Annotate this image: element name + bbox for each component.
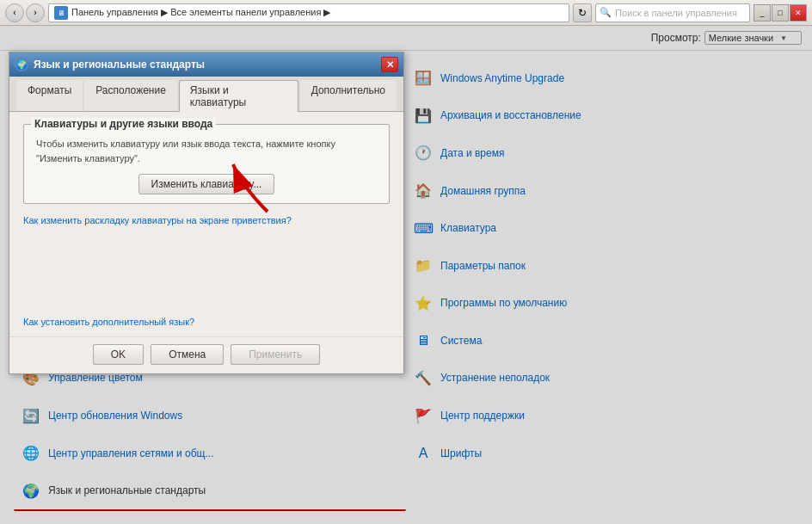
nav-buttons: ‹ › [5,3,45,22]
maximize-button[interactable]: □ [772,4,789,22]
minimize-button[interactable]: _ [754,4,771,22]
address-path: Панель управления ▶ Все элементы панели … [71,7,330,18]
control-panel-area: Просмотр: Мелкие значки ☕Java🪟Windows An… [0,26,812,524]
install-lang-link[interactable]: Как установить дополнительный язык? [23,317,194,327]
address-bar[interactable]: 🖥 Панель управления ▶ Все элементы панел… [48,3,569,22]
dialog-title: Язык и региональные стандарты [34,59,205,71]
tab-languages[interactable]: Языки и клавиатуры [179,80,298,112]
section-desc: Чтобы изменить клавиатуру или язык ввода… [36,137,377,165]
keyboard-section: Клавиатуры и другие языки ввода Чтобы из… [23,124,390,204]
section-title: Клавиатуры и другие языки ввода [31,118,216,130]
ok-button[interactable]: OK [93,344,144,365]
back-button[interactable]: ‹ [5,3,24,22]
forward-button[interactable]: › [26,3,45,22]
change-layout-link-container: Как изменить раскладку клавиатуры на экр… [23,214,390,226]
tab-additional[interactable]: Дополнительно [300,80,397,111]
tab-location[interactable]: Расположение [84,80,177,111]
change-keyboard-button[interactable]: Изменить клавиатуру... [138,174,275,194]
dialog-title-left: 🌍 Язык и региональные стандарты [15,58,205,71]
dialog-body: Клавиатуры и другие языки ввода Чтобы из… [9,112,403,307]
address-icon: 🖥 [54,6,68,20]
bottom-link-container: Как установить дополнительный язык? [9,307,403,336]
search-icon: 🔍 [600,7,612,18]
dialog-title-bar: 🌍 Язык и региональные стандарты ✕ [9,52,403,77]
apply-button[interactable]: Применить [231,344,320,365]
title-bar: ‹ › 🖥 Панель управления ▶ Все элементы п… [0,0,812,26]
window-controls: _ □ ✕ [754,4,807,22]
dialog-footer: OK Отмена Применить [9,336,403,373]
search-placeholder: Поиск в панели управления [615,8,737,18]
dialog-title-icon: 🌍 [15,58,28,71]
search-box[interactable]: 🔍 Поиск в панели управления [595,3,750,22]
dialog-overlay: 🌍 Язык и региональные стандарты ✕ Формат… [0,26,812,524]
change-layout-link[interactable]: Как изменить раскладку клавиатуры на экр… [23,215,292,225]
tab-formats[interactable]: Форматы [16,80,83,111]
dialog-close-button[interactable]: ✕ [381,57,398,72]
dialog: 🌍 Язык и региональные стандарты ✕ Формат… [9,52,404,374]
close-window-button[interactable]: ✕ [790,4,807,22]
refresh-button[interactable]: ↻ [573,3,592,22]
dialog-tabs: Форматы Расположение Языки и клавиатуры … [9,77,403,112]
main-content: Просмотр: Мелкие значки ☕Java🪟Windows An… [0,26,812,524]
cancel-button[interactable]: Отмена [151,344,224,365]
